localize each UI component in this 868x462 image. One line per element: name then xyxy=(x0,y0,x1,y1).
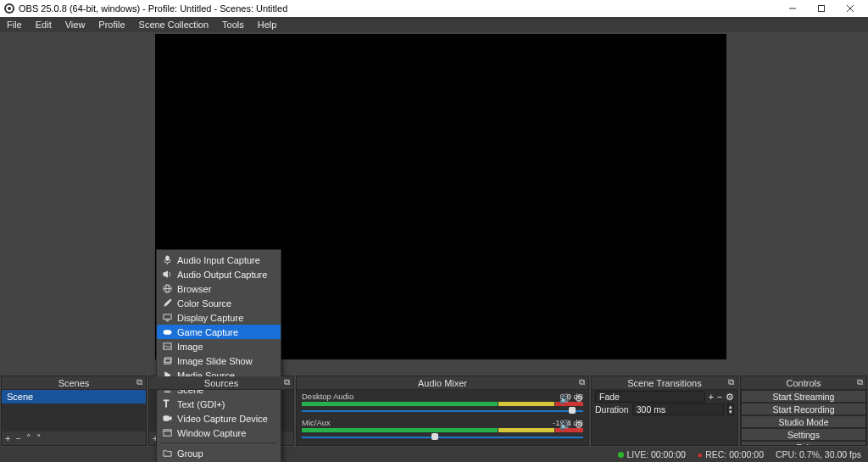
menu-item-label: Game Capture xyxy=(177,327,238,337)
menu-item-label: Image xyxy=(177,342,203,352)
menu-item-image[interactable]: Image xyxy=(157,339,281,353)
scenes-remove-button[interactable]: − xyxy=(15,433,20,443)
monitor-icon xyxy=(162,313,172,322)
transition-duration-stepper[interactable]: ▴▾ xyxy=(727,404,734,415)
start-streaming-button[interactable]: Start Streaming xyxy=(741,390,866,403)
svg-rect-12 xyxy=(163,314,170,320)
menu-item-game-capture[interactable]: Game Capture xyxy=(157,325,281,339)
window-title: OBS 25.0.8 (64-bit, windows) - Profile: … xyxy=(19,3,287,14)
studio-mode-button[interactable]: Studio Mode xyxy=(741,415,866,428)
sources-popout-icon[interactable]: ⧉ xyxy=(284,377,290,387)
image-icon xyxy=(162,342,172,351)
status-cpu: CPU: 0.7%, 30.00 fps xyxy=(776,449,861,459)
controls-header: Controls ⧉ xyxy=(741,376,866,390)
transitions-header: Scene Transitions ⧉ xyxy=(592,376,737,390)
menu-item-display-capture[interactable]: Display Capture xyxy=(157,310,281,325)
maximize-button[interactable] xyxy=(807,0,836,17)
menu-item-browser[interactable]: Browser xyxy=(157,281,281,296)
transition-remove-button[interactable]: − xyxy=(717,392,722,402)
menu-file[interactable]: File xyxy=(0,18,29,31)
svg-point-2 xyxy=(8,7,11,10)
audio-mixer-header: Audio Mixer ⧉ xyxy=(297,376,588,390)
menu-item-image-slide-show[interactable]: Image Slide Show xyxy=(157,353,281,368)
menu-bar: File Edit View Profile Scene Collection … xyxy=(0,17,868,32)
menu-item-label: Browser xyxy=(177,284,211,294)
bottom-panels: Scenes ⧉ Scene + − ˄ ˅ Sources ⧉ + − ⚙ ˄… xyxy=(0,375,868,447)
audio-mixer-panel: Audio Mixer ⧉ Desktop Audio0.0 dB🔊⚙Mic/A… xyxy=(296,376,589,446)
audio-mixer-popout-icon[interactable]: ⧉ xyxy=(579,377,585,387)
menu-item-audio-output-capture[interactable]: Audio Output Capture xyxy=(157,267,281,281)
menu-edit[interactable]: Edit xyxy=(29,18,58,31)
menu-profile[interactable]: Profile xyxy=(92,18,131,31)
menu-item-label: Text (GDI+) xyxy=(177,399,225,409)
menu-item-label: Video Capture Device xyxy=(177,414,268,424)
menu-separator xyxy=(160,443,277,443)
menu-item-color-source[interactable]: Color Source xyxy=(157,296,281,310)
mixer-mute-button[interactable]: 🔊 xyxy=(559,393,571,404)
transition-add-button[interactable]: + xyxy=(709,392,714,402)
menu-item-label: Audio Input Capture xyxy=(177,255,260,265)
transitions-panel: Scene Transitions ⧉ Fade + − ⚙ Duration … xyxy=(591,376,738,446)
menu-item-label: Group xyxy=(177,448,203,459)
scenes-panel-title: Scenes xyxy=(58,378,90,388)
scenes-move-down-button[interactable]: ˅ xyxy=(36,433,42,444)
mixer-channel: Desktop Audio0.0 dB🔊⚙ xyxy=(297,390,588,416)
mixer-volume-slider[interactable] xyxy=(302,408,583,415)
svg-rect-14 xyxy=(163,331,170,335)
controls-panel: Controls ⧉ Start Streaming Start Recordi… xyxy=(740,376,867,446)
mic-icon xyxy=(162,255,172,264)
mixer-settings-button[interactable]: ⚙ xyxy=(575,393,583,404)
mixer-settings-button[interactable]: ⚙ xyxy=(575,420,583,431)
menu-item-group[interactable]: Group xyxy=(157,446,281,460)
menu-item-label: Image Slide Show xyxy=(177,356,253,366)
transition-select[interactable]: Fade xyxy=(595,391,705,403)
svg-rect-7 xyxy=(165,256,169,261)
add-source-menu: Audio Input CaptureAudio Output CaptureB… xyxy=(156,249,281,462)
start-recording-button[interactable]: Start Recording xyxy=(741,403,866,415)
close-button[interactable] xyxy=(836,0,865,17)
transitions-body: Fade + − ⚙ Duration 300 ms ▴▾ xyxy=(592,390,737,445)
scenes-move-up-button[interactable]: ˄ xyxy=(26,433,31,444)
mixer-volume-slider[interactable] xyxy=(302,434,583,441)
svg-rect-23 xyxy=(163,430,170,436)
scene-item[interactable]: Scene xyxy=(2,390,146,404)
mixer-channel: Mic/Aux-19.4 dB🔊⚙ xyxy=(297,416,588,443)
stack-icon xyxy=(162,356,172,365)
sources-panel-title: Sources xyxy=(204,378,238,388)
transition-duration-label: Duration xyxy=(595,404,629,415)
transitions-popout-icon[interactable]: ⧉ xyxy=(728,377,734,387)
mixer-channel-name: Mic/Aux xyxy=(302,418,331,427)
status-live: LIVE: 00:00:00 xyxy=(618,449,685,459)
menu-item-label: Color Source xyxy=(177,298,231,309)
minimize-button[interactable] xyxy=(778,0,807,17)
menu-scene-collection[interactable]: Scene Collection xyxy=(132,18,216,31)
scenes-panel-header: Scenes ⧉ xyxy=(2,376,146,390)
live-dot-icon xyxy=(618,452,624,458)
menu-item-audio-input-capture[interactable]: Audio Input Capture xyxy=(157,253,281,267)
menu-item-text-gdi[interactable]: TText (GDI+) xyxy=(157,397,281,411)
svg-rect-4 xyxy=(819,6,825,12)
controls-title: Controls xyxy=(787,378,821,388)
menu-tools[interactable]: Tools xyxy=(215,18,251,31)
globe-icon xyxy=(162,284,172,293)
scenes-list[interactable]: Scene xyxy=(2,390,146,431)
transitions-title: Scene Transitions xyxy=(627,378,701,388)
menu-item-window-capture[interactable]: Window Capture xyxy=(157,426,281,440)
menu-view[interactable]: View xyxy=(58,18,92,31)
exit-button[interactable]: Exit xyxy=(741,441,866,445)
speaker-icon xyxy=(162,270,172,279)
menu-item-label: Audio Output Capture xyxy=(177,270,267,280)
audio-mixer-title: Audio Mixer xyxy=(418,378,467,388)
transition-duration-field[interactable]: 300 ms xyxy=(632,404,724,415)
controls-popout-icon[interactable]: ⧉ xyxy=(857,377,863,387)
menu-item-video-capture-device[interactable]: Video Capture Device xyxy=(157,411,281,426)
scenes-popout-icon[interactable]: ⧉ xyxy=(136,377,142,387)
transition-properties-button[interactable]: ⚙ xyxy=(726,392,734,402)
mixer-mute-button[interactable]: 🔊 xyxy=(559,420,571,431)
scenes-add-button[interactable]: + xyxy=(5,433,10,443)
camera-icon xyxy=(162,414,172,423)
folder-icon xyxy=(162,448,172,458)
settings-button[interactable]: Settings xyxy=(741,428,866,441)
menu-help[interactable]: Help xyxy=(251,18,284,31)
svg-text:T: T xyxy=(163,399,168,409)
